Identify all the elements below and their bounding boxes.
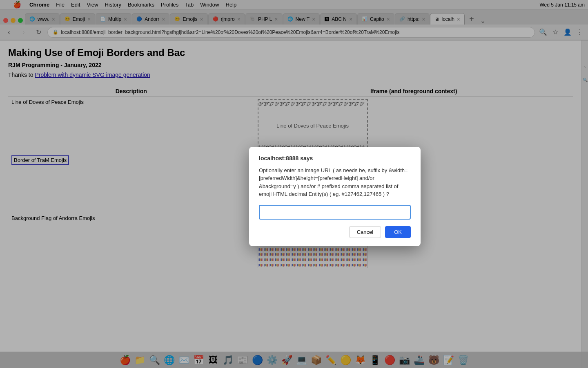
modal-buttons: Cancel OK xyxy=(259,226,411,238)
modal-input[interactable] xyxy=(259,205,411,220)
modal-overlay: localhost:8888 says Optionally enter an … xyxy=(0,0,588,368)
ok-button[interactable]: OK xyxy=(385,226,411,238)
cancel-button[interactable]: Cancel xyxy=(349,226,381,238)
modal-dialog: localhost:8888 says Optionally enter an … xyxy=(249,147,421,246)
modal-title: localhost:8888 says xyxy=(259,155,411,162)
modal-body: Optionally enter an image URL ( as needs… xyxy=(259,166,411,198)
